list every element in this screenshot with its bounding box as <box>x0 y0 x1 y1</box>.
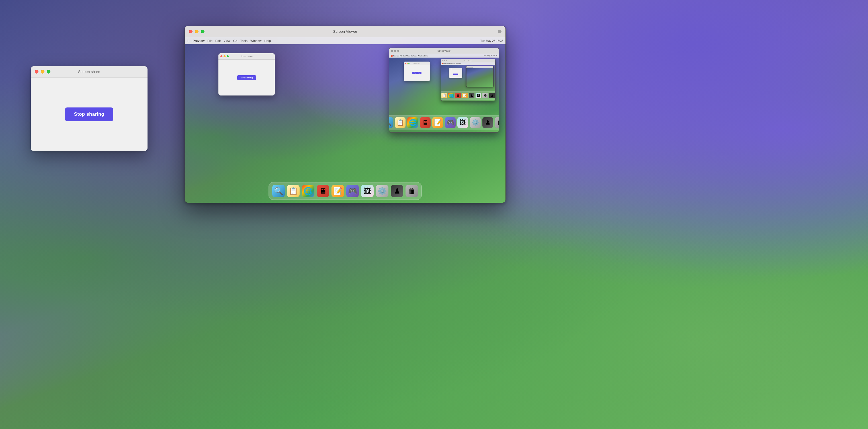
inner-sv-dot3 <box>397 50 399 52</box>
deep-minimize <box>407 63 408 64</box>
inner-sv-dock: 🔍 📋 🌐 🖥 📝 🎮 🖼 ⚙️ ♟ 🗑 <box>389 115 499 130</box>
screen-share-title: Screen share <box>78 69 100 74</box>
deep-screen-share-window: Screen share Stop sharing <box>404 62 430 81</box>
screen-viewer-window: Screen Viewer  Preview File Edit View G… <box>185 26 506 203</box>
menubar-view[interactable]: View <box>223 39 230 42</box>
sv-dock-preview[interactable]: 🖼 <box>361 185 374 197</box>
deep-sv-content: 🍎 Preview File Edit View Go Tools Window… <box>441 62 495 101</box>
screen-share-window: Screen share Stop sharing <box>31 66 148 151</box>
deep-dock-notes[interactable]: 📋 <box>441 93 447 98</box>
tiny-traffic-lights <box>450 69 452 69</box>
sv-dock-notes[interactable]: 📋 <box>287 185 300 197</box>
menubar-go[interactable]: Go <box>233 39 238 42</box>
sv-close-button[interactable] <box>189 30 192 33</box>
menubar-right: Tue May 28 16:35 <box>480 39 503 42</box>
tiny-maximize <box>452 69 452 69</box>
inner-dock-chrome[interactable]: 🌐 <box>407 117 418 128</box>
tiny-stop-btn: Stop sharing <box>453 74 458 75</box>
deep-sv-dot3 <box>446 60 447 61</box>
sv-dock-chess[interactable]: ♟ <box>391 185 403 197</box>
inner-dock-launchpad[interactable]: 🎮 <box>445 117 456 128</box>
menubar-preview[interactable]: Preview <box>193 39 205 42</box>
deep-sv-title: Screen Viewer <box>464 60 472 62</box>
inner-minimize[interactable] <box>223 55 225 57</box>
inner-dock-finder[interactable]: 🔍 <box>389 117 393 128</box>
inner-maximize[interactable] <box>227 55 229 57</box>
menubar-file[interactable]: File <box>207 39 212 42</box>
inner-sv-title: Screen Viewer <box>437 50 450 52</box>
deep-dock-chess[interactable]: ♟ <box>469 93 474 98</box>
sv-dock-trash[interactable]: 🗑 <box>405 185 418 197</box>
deep-dock-stickies[interactable]: 📝 <box>462 93 468 98</box>
inner-sv-titlebar: Screen Viewer <box>389 48 499 54</box>
tiny-sv-titlebar: Screen Viewer <box>466 66 493 68</box>
inner-traffic-lights <box>220 55 229 57</box>
deep-screen-viewer-window: Screen Viewer 🍎 Preview File Edit View G… <box>441 59 496 101</box>
sv-dock-intellij[interactable]: 🖥 <box>317 185 329 197</box>
tiny-screen-share: Stop sharing <box>449 68 462 78</box>
deep-dock-container: 🔍 📋 🌐 🖥 📝 ♟ 🖼 ⚙ ♟ 🗑 <box>441 91 496 99</box>
deep-dock-settings[interactable]: ⚙ <box>483 93 488 98</box>
menubar-apple-icon:  <box>187 39 188 43</box>
inner-close[interactable] <box>220 55 222 57</box>
inner-stop-sharing-button[interactable]: Stop sharing <box>237 75 256 80</box>
tiny-ss-content: Stop sharing <box>449 70 462 78</box>
deep-sv-dot2 <box>444 60 445 61</box>
sv-dock: 🔍 📋 🌐 🖥 📝 🎮 🖼 ⚙️ ♟ 🗑 <box>269 182 422 200</box>
sv-dock-stickies[interactable]: 📝 <box>332 185 344 197</box>
menubar-window[interactable]: Window <box>250 39 261 42</box>
stop-sharing-button[interactable]: Stop sharing <box>65 108 113 121</box>
sv-traffic-lights <box>189 30 205 33</box>
sv-dock-launchpad[interactable]: 🎮 <box>346 185 359 197</box>
inner-screen-viewer-window: Screen Viewer 🍎 Preview File Edit View G… <box>389 48 499 133</box>
inner-menubar:  Preview File Edit View Go Tools Window… <box>185 37 505 44</box>
screen-viewer-title: Screen Viewer <box>333 29 357 34</box>
inner-dock-stickies[interactable]: 📝 <box>432 117 443 128</box>
inner-dock-notes[interactable]: 📋 <box>395 117 405 128</box>
deep-dock-chess2[interactable]: ♟ <box>489 93 495 98</box>
inner-sv-dot1 <box>391 50 393 52</box>
menubar-edit[interactable]: Edit <box>215 39 221 42</box>
tiny-minimize <box>451 69 451 69</box>
inner-sv-content: 🍎 Preview File Edit View Go Tools Window… <box>389 54 499 132</box>
deep-dock-chrome[interactable]: 🌐 <box>448 93 454 98</box>
menubar-tools[interactable]: Tools <box>240 39 247 42</box>
inner-sv-traffic-lights <box>391 50 399 52</box>
traffic-lights <box>35 70 51 74</box>
deep-traffic-lights <box>405 63 409 64</box>
inner-sv-time: Tue May 28 16:35 <box>484 55 497 56</box>
close-button[interactable] <box>35 70 38 74</box>
screen-share-titlebar: Screen share <box>31 66 148 78</box>
inner-dock-intellij[interactable]: 🖥 <box>420 117 431 128</box>
sv-minimize-button[interactable] <box>195 30 198 33</box>
deep-ss-titlebar: Screen share <box>404 62 430 65</box>
tiny-close <box>450 69 450 69</box>
sv-close-x[interactable] <box>498 30 501 33</box>
sv-maximize-button[interactable] <box>201 30 205 33</box>
inner-dock-trash[interactable]: 🗑 <box>495 117 499 128</box>
inner-dock-settings[interactable]: ⚙️ <box>470 117 481 128</box>
sv-dock-settings[interactable]: ⚙️ <box>376 185 389 197</box>
deep-dock-intellij[interactable]: 🖥 <box>455 93 461 98</box>
deep-maximize <box>408 63 409 64</box>
tiny-sv-title: Screen Viewer <box>467 67 473 68</box>
sv-dock-chrome[interactable]: 🌐 <box>302 185 314 197</box>
sv-dock-finder[interactable]: 🔍 <box>272 185 285 197</box>
inner-ss-content: Stop sharing <box>218 60 275 95</box>
maximize-button[interactable] <box>47 70 51 74</box>
tiny-screen-viewer: Screen Viewer <box>466 66 494 87</box>
inner-dock-chess[interactable]: ♟ <box>483 117 493 128</box>
screen-viewer-content:  Preview File Edit View Go Tools Window… <box>185 37 505 203</box>
inner-sv-menubar: 🍎 Preview File Edit View Go Tools Window… <box>389 54 499 58</box>
menubar-help[interactable]: Help <box>264 39 271 42</box>
deep-dock-preview[interactable]: 🖼 <box>475 93 481 98</box>
deep-stop-sharing-button[interactable]: Stop sharing <box>412 72 421 74</box>
menubar-time: Tue May 28 16:35 <box>480 39 503 42</box>
deep-sv-titlebar: Screen Viewer <box>441 59 495 62</box>
deep-sv-dot1 <box>442 60 443 61</box>
screen-viewer-titlebar: Screen Viewer <box>185 26 505 37</box>
minimize-button[interactable] <box>41 70 44 74</box>
inner-dock-preview[interactable]: 🖼 <box>457 117 468 128</box>
deep-close <box>405 63 406 64</box>
deep-ss-content: Stop sharing <box>404 65 430 81</box>
